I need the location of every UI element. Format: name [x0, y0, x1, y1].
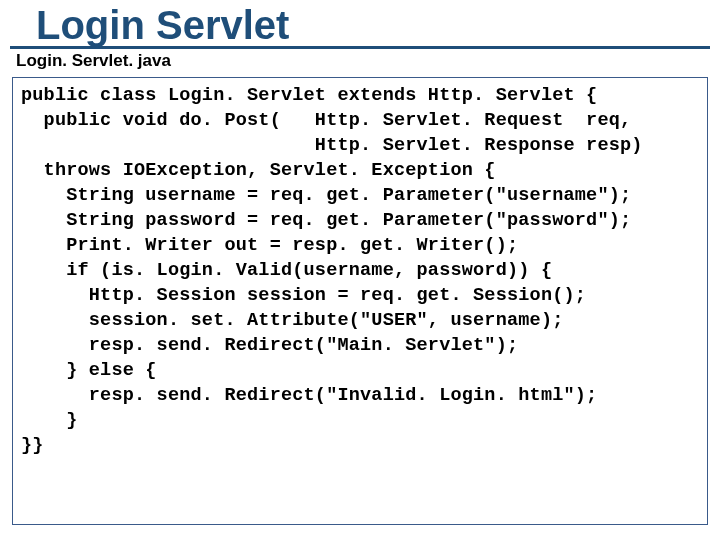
file-name-label: Login. Servlet. java — [0, 49, 720, 77]
code-container: public class Login. Servlet extends Http… — [12, 77, 708, 525]
slide: Login Servlet Login. Servlet. java publi… — [0, 0, 720, 540]
slide-title: Login Servlet — [10, 0, 710, 49]
code-content: public class Login. Servlet extends Http… — [21, 84, 699, 459]
